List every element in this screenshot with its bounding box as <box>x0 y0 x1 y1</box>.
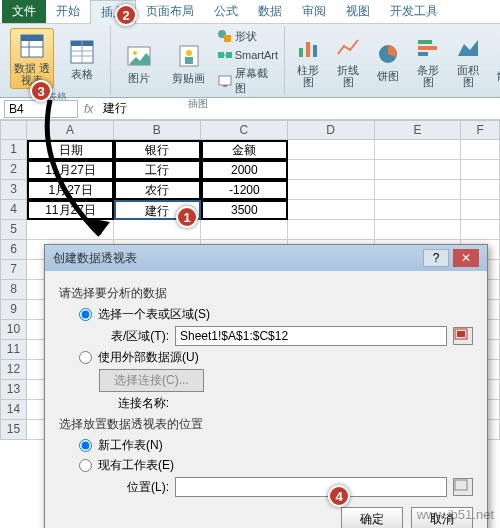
range-select-icon[interactable] <box>453 478 473 496</box>
row-header[interactable]: 4 <box>0 200 27 220</box>
tab-layout[interactable]: 页面布局 <box>136 0 204 23</box>
screenshot-button[interactable]: 屏幕截图 <box>217 66 279 96</box>
help-button[interactable]: ? <box>423 249 449 267</box>
col-header[interactable]: E <box>375 120 462 140</box>
smartart-icon <box>217 47 233 63</box>
line-chart-button[interactable]: 折线图 <box>331 31 365 90</box>
col-header[interactable]: F <box>461 120 500 140</box>
cell[interactable] <box>288 220 375 240</box>
tab-view[interactable]: 视图 <box>336 0 380 23</box>
svg-rect-20 <box>223 85 227 87</box>
svg-rect-23 <box>313 45 317 57</box>
ok-button[interactable]: 确定 <box>341 507 403 528</box>
smartart-button[interactable]: SmartArt <box>217 47 279 63</box>
row-header[interactable]: 5 <box>0 220 27 240</box>
location-label: 位置(L): <box>99 479 169 496</box>
tab-file[interactable]: 文件 <box>2 0 46 23</box>
col-header[interactable]: D <box>288 120 375 140</box>
svg-rect-33 <box>457 331 465 337</box>
row-header[interactable]: 2 <box>0 160 27 180</box>
row-header[interactable]: 15 <box>0 420 27 440</box>
cell[interactable] <box>288 200 375 220</box>
cell[interactable] <box>461 200 500 220</box>
cell[interactable] <box>375 140 462 160</box>
svg-rect-25 <box>418 40 432 44</box>
picture-label: 图片 <box>128 72 150 84</box>
tab-review[interactable]: 审阅 <box>292 0 336 23</box>
clipart-label: 剪贴画 <box>172 72 205 84</box>
radio-label: 现有工作表(E) <box>98 457 174 474</box>
clipart-icon <box>174 41 204 71</box>
connection-label: 连接名称: <box>99 395 169 412</box>
clipart-button[interactable]: 剪贴画 <box>167 39 211 86</box>
svg-rect-34 <box>455 480 467 490</box>
cell[interactable]: -1200 <box>201 180 288 200</box>
tab-start[interactable]: 开始 <box>46 0 90 23</box>
cell[interactable] <box>461 140 500 160</box>
col-header[interactable]: C <box>201 120 288 140</box>
radio-external[interactable] <box>79 351 92 364</box>
pie-chart-button[interactable]: 饼图 <box>371 37 405 84</box>
cell[interactable] <box>461 160 500 180</box>
shapes-icon <box>217 28 233 44</box>
bar-chart-button[interactable]: 条形图 <box>411 31 445 90</box>
radio-select-range[interactable] <box>79 308 92 321</box>
row-header[interactable]: 12 <box>0 360 27 380</box>
row-header[interactable]: 11 <box>0 340 27 360</box>
area-chart-button[interactable]: 面积图 <box>451 31 485 90</box>
row-header[interactable]: 13 <box>0 380 27 400</box>
range-select-icon[interactable] <box>453 327 473 345</box>
callout-4: 4 <box>328 485 350 507</box>
choose-connection-button: 选择连接(C)... <box>99 369 204 392</box>
row-header[interactable]: 14 <box>0 400 27 420</box>
tab-data[interactable]: 数据 <box>248 0 292 23</box>
row-header[interactable]: 8 <box>0 280 27 300</box>
tab-dev[interactable]: 开发工具 <box>380 0 448 23</box>
cell[interactable] <box>201 220 288 240</box>
column-chart-button[interactable]: 柱形图 <box>291 31 325 90</box>
shapes-button[interactable]: 形状 <box>217 28 279 44</box>
group-illustrations: 图片 剪贴画 形状 SmartArt 屏幕截图 插图 <box>111 26 285 95</box>
cell[interactable] <box>288 180 375 200</box>
cell[interactable]: 金额 <box>201 140 288 160</box>
tab-formula[interactable]: 公式 <box>204 0 248 23</box>
section-label: 选择放置数据透视表的位置 <box>59 416 473 433</box>
cell[interactable] <box>375 220 462 240</box>
row-header[interactable]: 7 <box>0 260 27 280</box>
cell[interactable] <box>288 140 375 160</box>
dialog-title: 创建数据透视表 <box>53 250 137 267</box>
column-chart-icon <box>293 33 323 63</box>
row-header[interactable]: 3 <box>0 180 27 200</box>
row-header[interactable]: 10 <box>0 320 27 340</box>
select-all-corner[interactable] <box>0 120 27 140</box>
row-header[interactable]: 9 <box>0 300 27 320</box>
scatter-chart-button[interactable]: 散点 <box>491 37 500 84</box>
table-icon <box>67 37 97 67</box>
range-input[interactable] <box>175 326 447 346</box>
close-button[interactable]: ✕ <box>453 249 479 267</box>
cell[interactable]: 3500 <box>201 200 288 220</box>
cell[interactable] <box>375 160 462 180</box>
picture-icon <box>124 41 154 71</box>
cell[interactable] <box>375 200 462 220</box>
cell[interactable] <box>461 220 500 240</box>
table-button[interactable]: 表格 <box>60 35 104 82</box>
radio-existing-sheet[interactable] <box>79 459 92 472</box>
cell[interactable]: 2000 <box>201 160 288 180</box>
formula-value[interactable]: 建行 <box>99 100 496 117</box>
row-header[interactable]: 1 <box>0 140 27 160</box>
row-header[interactable]: 6 <box>0 240 27 260</box>
cell[interactable] <box>375 180 462 200</box>
svg-rect-22 <box>306 42 310 57</box>
svg-rect-19 <box>219 76 231 85</box>
svg-point-12 <box>186 50 192 56</box>
radio-new-sheet[interactable] <box>79 439 92 452</box>
location-input[interactable] <box>175 477 447 497</box>
watermark: www.jb51.net <box>417 507 494 522</box>
callout-3: 3 <box>30 80 52 102</box>
svg-rect-21 <box>299 48 303 57</box>
pivot-table-button[interactable]: 数据 透视表 <box>10 28 54 89</box>
cell[interactable] <box>461 180 500 200</box>
picture-button[interactable]: 图片 <box>117 39 161 86</box>
cell[interactable] <box>288 160 375 180</box>
